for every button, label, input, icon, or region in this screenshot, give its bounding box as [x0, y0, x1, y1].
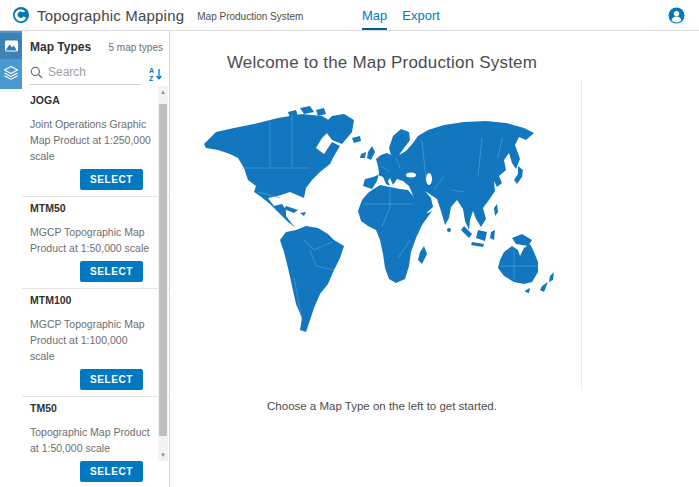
panel-title: Map Types	[30, 40, 91, 54]
svg-text:Z: Z	[149, 75, 154, 82]
main-content: Welcome to the Map Production System	[170, 31, 699, 487]
map-type-list: JOGA Joint Operations Graphic Map Produc…	[22, 89, 169, 487]
map-type-count: 5 map types	[109, 42, 163, 53]
select-button[interactable]: SELECT	[80, 461, 143, 482]
tool-strip	[0, 31, 22, 487]
map-type-actions: SELECT	[30, 261, 143, 282]
app-subtitle: Map Production System	[197, 8, 303, 22]
tool-strip-buttons	[0, 31, 22, 89]
main-nav: Map Export	[362, 0, 440, 30]
map-type-item: JOGA Joint Operations Graphic Map Produc…	[22, 89, 169, 197]
map-type-name: MTM100	[30, 294, 157, 307]
sidebar-scrollbar[interactable]: ▲ ▼	[158, 86, 168, 461]
map-type-actions: SELECT	[30, 169, 143, 190]
world-map-svg	[182, 80, 582, 390]
map-type-item: TM50 Topographic Map Product at 1:50,000…	[22, 397, 169, 487]
search-box	[30, 63, 141, 85]
app-title: Topographic Mapping	[37, 7, 184, 24]
welcome-heading: Welcome to the Map Production System	[182, 53, 582, 73]
map-type-item: MTM50 MGCP Topographic Map Product at 1:…	[22, 197, 169, 289]
search-input[interactable]	[48, 65, 126, 79]
app-body: Map Types 5 map types A Z	[0, 31, 699, 487]
map-type-item: MTM100 MGCP Topographic Map Product at 1…	[22, 289, 169, 397]
app-header: Topographic Mapping Map Production Syste…	[0, 0, 699, 31]
sort-az-button[interactable]: A Z	[149, 66, 163, 82]
layers-icon	[3, 65, 19, 80]
sort-az-icon: A Z	[149, 66, 163, 82]
panel-header: Map Types 5 map types	[22, 31, 169, 61]
app-logo-globe-icon	[12, 6, 30, 24]
basemap-icon	[4, 39, 19, 53]
map-type-actions: SELECT	[30, 369, 143, 390]
map-type-name: MTM50	[30, 202, 157, 215]
world-map-image	[182, 80, 582, 390]
svg-text:A: A	[149, 67, 154, 74]
scroll-up-arrow[interactable]: ▲	[158, 86, 168, 98]
scrollbar-thumb[interactable]	[159, 104, 167, 436]
map-type-name: TM50	[30, 402, 157, 415]
brand: Topographic Mapping Map Production Syste…	[12, 6, 303, 24]
tab-map[interactable]: Map	[362, 0, 387, 30]
select-button[interactable]: SELECT	[80, 169, 143, 190]
map-types-panel: Map Types 5 map types A Z	[22, 31, 170, 487]
app-window: Topographic Mapping Map Production Syste…	[0, 0, 699, 487]
tab-export[interactable]: Export	[402, 0, 440, 30]
select-button[interactable]: SELECT	[80, 261, 143, 282]
layers-tool-button[interactable]	[0, 59, 22, 85]
map-type-description: Joint Operations Graphic Map Product at …	[30, 116, 154, 164]
instruction-text: Choose a Map Type on the left to get sta…	[182, 400, 582, 412]
search-row: A Z	[22, 61, 169, 85]
map-type-description: Topographic Map Product at 1:50,000 scal…	[30, 424, 154, 456]
map-type-description: MGCP Topographic Map Product at 1:100,00…	[30, 316, 154, 364]
map-type-name: JOGA	[30, 94, 157, 107]
map-type-actions: SELECT	[30, 461, 143, 482]
user-avatar-icon[interactable]	[668, 7, 685, 24]
map-types-tool-button[interactable]	[0, 33, 22, 59]
map-type-description: MGCP Topographic Map Product at 1:50,000…	[30, 224, 154, 256]
search-icon	[30, 66, 43, 79]
select-button[interactable]: SELECT	[80, 369, 143, 390]
scroll-down-arrow[interactable]: ▼	[158, 449, 168, 461]
